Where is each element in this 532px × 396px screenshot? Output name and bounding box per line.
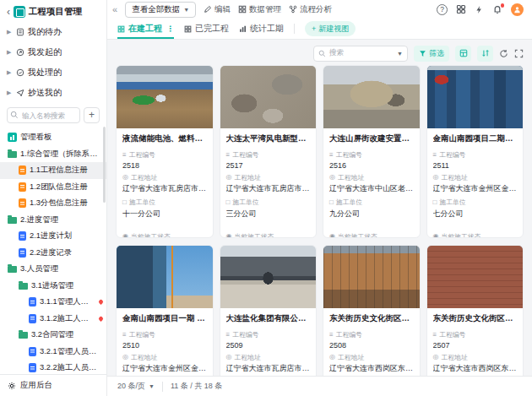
back-chevron-icon[interactable]: ‹ [7, 7, 10, 17]
project-cards-grid: 液流储能电池、燃料电池用关键核心材料生产基地项目≡工程编号2518◎工程地址辽宁… [116, 65, 524, 376]
help-icon[interactable]: ? [437, 4, 448, 15]
pagination-bar: 20 条/页 ▼ 11 条 / 共 18 条 [107, 376, 532, 396]
sidebar-scrollbar[interactable] [103, 127, 106, 203]
project-card[interactable]: 金南山南园项目一期 3#-6#、8#-17#、地下车库≡工程编号2510◎工程地… [116, 245, 214, 376]
tree-item-label: 3.1.1管理人员注册 [40, 296, 95, 307]
search-placeholder: 搜索 [329, 48, 394, 58]
red-pin-icon [98, 299, 104, 305]
sidebar-tree-item[interactable]: 管理看板 [0, 129, 106, 146]
cc-icon [16, 89, 24, 97]
field-label-address: ◎工程地址 [226, 173, 311, 182]
project-card[interactable]: 金南山南园项目二期1#、2#、6#、7#、18#楼≡工程编号2511◎工程地址辽… [426, 65, 524, 238]
new-view-button[interactable]: + 新建视图 [305, 21, 356, 36]
field-label-address: ◎工程地址 [329, 173, 414, 182]
lightning-icon[interactable] [475, 5, 484, 14]
sidebar-nav: ▶我的待办▶我发起的▶我处理的▶抄送我的 [0, 22, 106, 103]
view-tab-在建工程[interactable]: 在建工程⋮ [117, 19, 174, 39]
sidebar-tree-item[interactable]: 1.综合管理（拆除系统） [0, 146, 106, 163]
project-card[interactable]: 东关街历史文化街区保护与利用项目二标段≡工程编号2507◎工程地址辽宁省大连市西… [426, 245, 524, 376]
project-card[interactable]: 大连太平湾风电新型材料制造基地项目一期≡工程编号2517◎工程地址辽宁省大连市瓦… [220, 65, 318, 238]
project-card[interactable]: 东关街历史文化街区保护与利用项目三标段≡工程编号2508◎工程地址辽宁省大连市西… [323, 245, 421, 376]
form-doc-icon [19, 165, 26, 175]
sidebar-tree-item[interactable]: 1.3分包信息注册 [0, 195, 106, 212]
sidebar-tree-item[interactable]: 3.1进场管理 [0, 278, 106, 295]
sidebar-tree-item[interactable]: 2.1进度计划 [0, 228, 106, 245]
number-icon: ≡ [226, 152, 231, 159]
sidebar-tree-item[interactable]: 3.2合同管理 [0, 327, 106, 344]
edit-button[interactable]: 编辑 [204, 4, 231, 15]
apps-icon[interactable] [456, 4, 466, 14]
sidebar-nav-item[interactable]: ▶我的待办 [0, 22, 106, 42]
view-tab-已完工程[interactable]: 已完工程 [184, 19, 229, 39]
number-icon: ≡ [433, 332, 437, 339]
field-label-address: ◎工程地址 [433, 353, 518, 362]
status-icon: ◉ [226, 233, 232, 238]
sidebar-tree-item[interactable]: 1.2团队信息注册 [0, 179, 106, 196]
project-card[interactable]: 大连盐化集团有限公司“三供一业”分离移交维修改造项目≡工程编号2509◎工程地址… [220, 245, 318, 376]
fullscreen-icon[interactable] [514, 49, 524, 58]
sidebar-tree-item[interactable]: 3.2.1管理人员合同 [0, 344, 106, 361]
project-address: 辽宁省大连市金州区金渤海新区先进街道 [433, 183, 518, 194]
card-body: 金南山南园项目二期1#、2#、6#、7#、18#楼≡工程编号2511◎工程地址辽… [427, 128, 524, 238]
tree-item-label: 1.综合管理（拆除系统） [20, 149, 103, 160]
add-button[interactable]: + [84, 107, 100, 123]
gallery-config-button[interactable] [455, 46, 471, 62]
status-row: ◉当前施工状态建设中 [122, 229, 207, 239]
sidebar-nav-item[interactable]: ▶我处理的 [0, 62, 106, 83]
page-size-select[interactable]: 20 条/页 ▼ [117, 381, 155, 392]
main-area: « 查看全部数据 ▼ 编辑 数据管理 流程分析 ? [107, 0, 532, 396]
tree-item-label: 2.进度管理 [20, 214, 58, 225]
app-backend-link[interactable]: 应用后台 [0, 374, 106, 396]
field-label-status: ◉当前施工状态 [433, 232, 518, 239]
refresh-icon[interactable] [499, 49, 508, 58]
user-avatar[interactable] [511, 3, 524, 16]
data-manage-button[interactable]: 数据管理 [238, 4, 281, 15]
sidebar-tree-item[interactable]: 1.1工程信息注册 [0, 162, 106, 179]
flow-icon [289, 5, 297, 14]
field-label-status: ◉当前施工状态 [122, 232, 207, 239]
form-doc-icon [19, 231, 26, 241]
sidebar-tree-item[interactable]: 3.1.1管理人员注册 [0, 294, 106, 311]
project-code: 2517 [226, 161, 311, 170]
number-icon: ≡ [433, 152, 437, 159]
project-address: 辽宁省大连市瓦房店市长兴岛经济技术开发区长兴街道 [122, 183, 207, 194]
sidebar-nav-item[interactable]: ▶我发起的 [0, 42, 106, 62]
view-tab-统计工期[interactable]: 统计工期 [239, 19, 284, 39]
plus-icon: + [312, 24, 316, 33]
app-window: ‹ 工程项目管理 ▶我的待办▶我发起的▶我处理的▶抄送我的 + 管理看板1.综合… [0, 0, 532, 396]
project-address: 辽宁省大连市中山区老虎滩街道山屏街34号 [329, 183, 414, 194]
field-label-status: ◉当前施工状态 [329, 232, 414, 239]
sidebar-tree-item[interactable]: 2.进度管理 [0, 212, 106, 229]
status-icon: ◉ [433, 233, 439, 238]
record-search-input[interactable]: 搜索 ▼ [313, 46, 408, 62]
sidebar-nav-item[interactable]: ▶抄送我的 [0, 83, 106, 103]
chevron-down-icon: ▼ [149, 383, 155, 389]
location-icon: ◎ [122, 354, 128, 361]
more-icon[interactable]: ⋮ [166, 24, 174, 33]
flow-analysis-button[interactable]: 流程分析 [289, 4, 332, 15]
pencil-icon [204, 5, 212, 14]
collapse-sidebar-icon[interactable]: « [112, 4, 117, 14]
sidebar-tree-item[interactable]: 3.2.2施工人员合同 [0, 360, 106, 374]
content-area: 搜索 ▼ 筛选 [107, 40, 532, 376]
card-body: 东关街历史文化街区保护与利用项目三标段≡工程编号2508◎工程地址辽宁省大连市西… [323, 308, 420, 376]
project-card[interactable]: 液流储能电池、燃料电池用关键核心材料生产基地项目≡工程编号2518◎工程地址辽宁… [116, 65, 214, 238]
status-row: ◉当前施工状态建设中 [226, 229, 311, 239]
location-icon: ◎ [329, 354, 335, 361]
view-all-data-label: 查看全部数据 [132, 4, 180, 15]
filter-button[interactable]: 筛选 [414, 46, 449, 62]
card-body: 金南山南园项目一期 3#-6#、8#-17#、地下车库≡工程编号2510◎工程地… [117, 308, 213, 376]
project-address: 辽宁省大连市瓦房店市太平湾合作创新区 [226, 183, 311, 194]
view-all-data-button[interactable]: 查看全部数据 ▼ [125, 2, 196, 18]
sidebar-tree-item[interactable]: 3.1.2施工人员注册 [0, 311, 106, 328]
tab-label: 统计工期 [250, 23, 284, 35]
sort-button[interactable] [477, 46, 493, 62]
field-label-code: ≡工程编号 [433, 330, 518, 339]
divider [294, 24, 295, 34]
sidebar-tree-item[interactable]: 2.2进度记录 [0, 245, 106, 262]
project-card[interactable]: 大连山屏街改建安置住房营房拆除项目≡工程编号2516◎工程地址辽宁省大连市中山区… [323, 65, 421, 238]
sidebar-tree-item[interactable]: 3.人员管理 [0, 261, 106, 278]
notification-bell-icon[interactable] [492, 4, 502, 14]
field-label-address: ◎工程地址 [122, 353, 207, 362]
form-doc-icon [19, 198, 26, 208]
